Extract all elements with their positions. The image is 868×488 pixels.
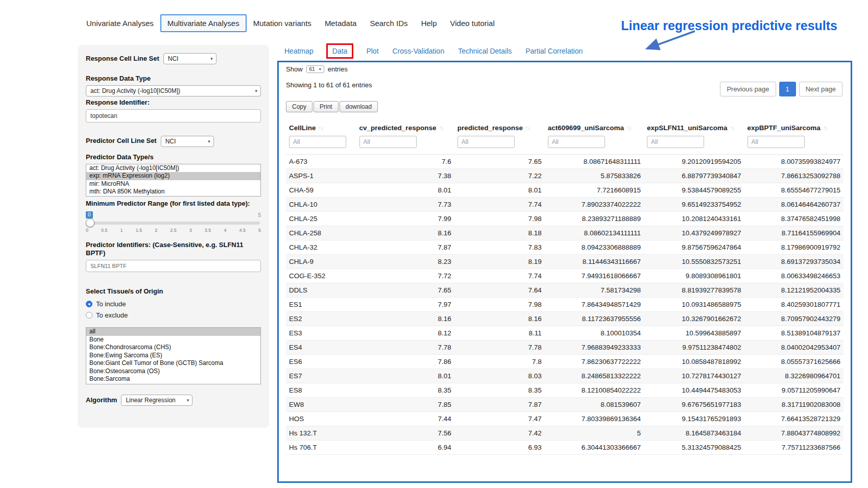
download-button[interactable]: download [340, 101, 378, 112]
predictor-identifiers-label: Predictor Identifiers: (Case-Sensitive, … [86, 241, 261, 258]
radio-icon [86, 301, 92, 307]
response-data-type-select[interactable]: act: Drug Activity (-log10[IC50M]) ▾ [86, 85, 261, 96]
column-header-cv-predicted-response[interactable]: cv_predicted_response↑↓ [356, 119, 454, 135]
value-cell: 7.72 [356, 269, 454, 283]
previous-page-button[interactable]: Previous page [720, 82, 776, 96]
top-tab-mutation-variants[interactable]: Mutation variants [247, 15, 318, 32]
list-option-mir-microrna[interactable]: mir: MicroRNA [86, 180, 260, 188]
response-cell-line-set-select[interactable]: NCI ▾ [163, 53, 216, 64]
value-cell: 7.42 [454, 426, 545, 440]
list-option-act-drug-activity-log10-ic50m[interactable]: act: Drug Activity (-log10[IC50M]) [86, 164, 260, 173]
sort-icon: ↑↓ [439, 125, 443, 131]
value-cell: 8.51389104879137 [744, 326, 843, 340]
predictor-cell-line-set-value: NCI [165, 138, 176, 145]
algorithm-select[interactable]: Linear Regression ▾ [121, 395, 192, 406]
value-cell: 8.01 [356, 183, 454, 197]
value-cell: 6.88797739340847 [644, 168, 744, 183]
copy-button[interactable]: Copy [286, 101, 312, 112]
column-header-cellline[interactable]: CellLine↑↓ [286, 119, 356, 135]
column-filter-input[interactable] [748, 136, 805, 148]
value-cell: 7.56 [356, 426, 454, 440]
top-tab-multivariate-analyses[interactable]: Multivariate Analyses [160, 14, 247, 32]
top-tab-help[interactable]: Help [415, 15, 444, 32]
value-cell: 7.86434948571429 [545, 297, 644, 311]
chevron-down-icon: ▾ [208, 139, 210, 144]
top-tab-search-ids[interactable]: Search IDs [363, 15, 414, 32]
table-row: CHLA-98.238.198.1144634311666710.5550832… [286, 254, 843, 269]
cellline-cell: ES2 [286, 311, 356, 326]
value-cell: 10.4379249978927 [644, 226, 744, 240]
value-cell: 7.7216608915 [545, 183, 644, 197]
list-option-bone-sarcoma[interactable]: Bone:Sarcoma [86, 375, 260, 383]
value-cell: 8.16 [356, 311, 454, 326]
list-option-bone-giant-cell-tumor-of-bone-gctb-sarcoma[interactable]: Bone:Giant Cell Tumor of Bone (GCTB) Sar… [86, 359, 260, 368]
list-option-bone-chondrosarcoma-chs[interactable]: Bone:Chondrosarcoma (CHS) [86, 344, 260, 352]
column-filter-input[interactable] [289, 136, 346, 148]
min-predictor-range-label: Minimum Predictor Range (for first liste… [86, 200, 261, 208]
value-cell: 7.86613253092788 [744, 168, 843, 183]
sort-icon: ↑↓ [319, 125, 323, 131]
predictor-identifiers-input[interactable] [86, 260, 261, 272]
top-tab-univariate-analyses[interactable]: Univariate Analyses [80, 15, 160, 32]
value-cell: 8.70957902443279 [744, 311, 843, 326]
tab-partial-correlation[interactable]: Partial Correlation [525, 47, 583, 55]
tab-heatmap[interactable]: Heatmap [284, 47, 314, 55]
slider-track[interactable] [87, 222, 260, 225]
column-header-expbptf-unisarcoma[interactable]: expBPTF_uniSarcoma↑↓ [744, 119, 843, 135]
radio-to-include[interactable]: To include [86, 300, 261, 308]
column-label: CellLine [289, 124, 316, 132]
tab-cross-validation[interactable]: Cross-Validation [393, 47, 445, 55]
column-header-predicted-response[interactable]: predicted_response↑↓ [454, 119, 545, 135]
tissue-list: allBoneBone:Chondrosarcoma (CHS)Bone:Ewi… [86, 327, 261, 384]
current-page-button[interactable]: 1 [779, 82, 796, 96]
slider-max-label: 5 [258, 212, 261, 218]
response-identifier-input[interactable] [86, 109, 261, 123]
chevron-down-icon: ▾ [210, 56, 213, 61]
list-option-exp-mrna-expression-log2[interactable]: exp: mRNA Expression (log2) [86, 172, 260, 180]
list-option-peripheral-nervous-system[interactable]: Peripheral_Nervous_System [86, 383, 260, 385]
value-cell: 5.31324579088425 [644, 440, 744, 454]
cellline-cell: ES1 [286, 297, 356, 311]
value-cell: 8.23893271188889 [545, 211, 644, 226]
results-panel: Show 61 ▾ entries Showing 1 to 61 of 61 … [277, 61, 852, 483]
next-page-button[interactable]: Next page [799, 82, 842, 96]
tab-plot[interactable]: Plot [366, 47, 378, 55]
value-cell: 7.88043774808992 [744, 426, 843, 440]
entries-count-select[interactable]: 61 ▾ [306, 65, 324, 73]
column-header-expslfn11-unisarcoma[interactable]: expSLFN11_uniSarcoma↑↓ [644, 119, 744, 135]
column-filter-input[interactable] [457, 136, 515, 148]
list-option-all[interactable]: all [86, 328, 260, 336]
value-cell: 8.24865813322222 [545, 369, 644, 383]
slider-tick: 3 [189, 228, 192, 233]
list-option-bone-osteosarcoma-os[interactable]: Bone:Osteosarcoma (OS) [86, 368, 260, 376]
cellline-cell: ES8 [286, 383, 356, 397]
radio-to-exclude[interactable]: To exclude [86, 311, 261, 319]
slider-handle[interactable] [86, 218, 94, 227]
column-header-act609699-unisarcoma[interactable]: act609699_uniSarcoma↑↓ [545, 119, 644, 135]
value-cell: 8.08671648311111 [545, 154, 644, 168]
predictor-cell-line-set-select[interactable]: NCI ▾ [161, 136, 214, 147]
value-cell: 7.86230637722222 [545, 354, 644, 369]
value-cell: 9.53844579089255 [644, 183, 744, 197]
value-cell: 8.37476582451998 [744, 211, 843, 226]
list-option-bone[interactable]: Bone [86, 336, 260, 344]
table-row: CHLA-107.737.747.890233740222229.6514923… [286, 197, 843, 211]
tab-technical-details[interactable]: Technical Details [458, 47, 512, 55]
value-cell: 8.16 [356, 226, 454, 240]
table-row: HOS7.447.477.803398691363649.15431765291… [286, 411, 843, 426]
list-option-mth-dna-850k-methylation[interactable]: mth: DNA 850K Methylation [86, 188, 260, 196]
value-cell: 7.44 [356, 411, 454, 426]
column-filter-input[interactable] [548, 136, 605, 148]
min-predictor-range-slider: 0 5 00.511.522.533.544.55 [86, 211, 261, 235]
top-tab-metadata[interactable]: Metadata [318, 15, 364, 32]
list-option-bone-ewing-sarcoma-es[interactable]: Bone:Ewing Sarcoma (ES) [86, 352, 260, 360]
value-cell: 10.599643885897 [644, 326, 744, 340]
column-filter-input[interactable] [359, 136, 417, 148]
top-tab-video-tutorial[interactable]: Video tutorial [443, 15, 501, 32]
column-filter-input[interactable] [647, 136, 704, 148]
print-button[interactable]: Print [314, 101, 339, 112]
value-cell: 7.85 [356, 397, 454, 411]
value-cell: 8.1645873463184 [644, 426, 744, 440]
tab-data[interactable]: Data [326, 43, 354, 59]
value-cell: 7.581734298 [545, 283, 644, 297]
